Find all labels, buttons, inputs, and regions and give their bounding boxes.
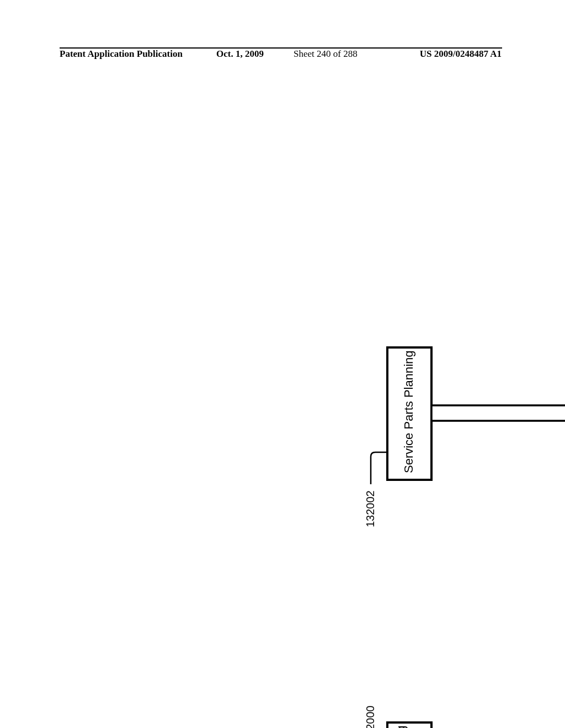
sequence-diagram: Service Parts Planning Processor 132000 …	[365, 292, 565, 728]
actor-left-ref: 132000	[365, 705, 387, 728]
actor-right: Service Parts Planning	[387, 347, 431, 480]
actor-left-label-line1: Service Parts Planning	[394, 725, 408, 728]
header-pubno: US 2009/0248487 A1	[420, 49, 502, 60]
header-date: Oct. 1, 2009	[216, 49, 264, 60]
diagram-svg: Service Parts Planning Processor 132000 …	[365, 292, 565, 728]
actor-right-ref-label: 132002	[365, 490, 376, 527]
actor-left: Service Parts Planning Processor	[387, 722, 431, 728]
header-sheet: Sheet 240 of 288	[294, 49, 358, 60]
lifeline-right	[431, 405, 565, 421]
actor-right-label: Service Parts Planning	[402, 350, 415, 473]
page-root: Patent Application Publication Oct. 1, 2…	[0, 0, 565, 728]
actor-left-ref-label: 132000	[365, 705, 376, 728]
header-publication-label: Patent Application Publication	[60, 49, 183, 60]
actor-right-ref: 132002	[365, 452, 387, 527]
